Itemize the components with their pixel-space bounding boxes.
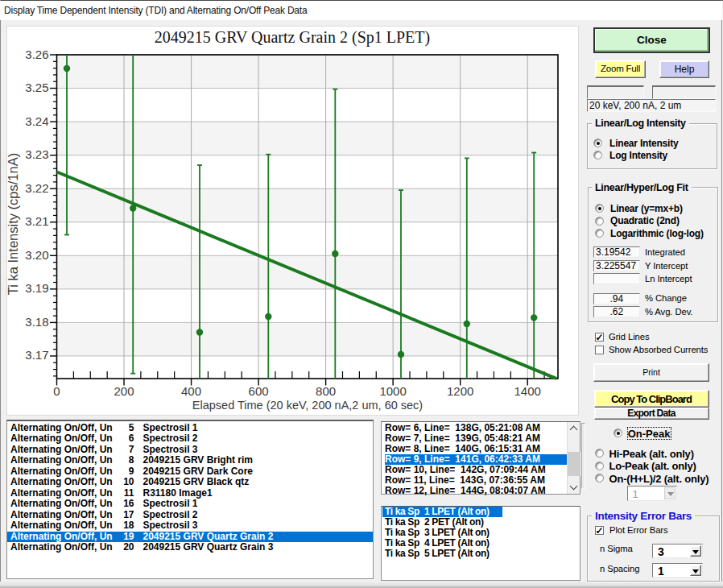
svg-text:3.21: 3.21 (25, 214, 48, 228)
svg-text:3.17: 3.17 (25, 348, 48, 362)
svg-text:3.20: 3.20 (25, 248, 48, 262)
svg-text:800: 800 (316, 384, 336, 398)
svg-text:600: 600 (249, 384, 269, 398)
svg-text:3.26: 3.26 (25, 48, 48, 61)
svg-text:3.24: 3.24 (25, 114, 48, 128)
svg-text:400: 400 (181, 384, 201, 398)
svg-text:1200: 1200 (447, 384, 473, 398)
svg-text:2049215 GRV Quartz Grain 2 (Sp: 2049215 GRV Quartz Grain 2 (Sp1 LPET) (155, 28, 430, 47)
svg-text:3.23: 3.23 (25, 147, 48, 161)
svg-text:Ti ka Intensity (cps/1nA): Ti ka Intensity (cps/1nA) (6, 153, 20, 295)
svg-text:0: 0 (53, 384, 60, 398)
svg-text:3.19: 3.19 (25, 281, 48, 295)
svg-text:200: 200 (114, 384, 134, 398)
svg-text:3.18: 3.18 (25, 315, 48, 329)
svg-text:3.22: 3.22 (25, 181, 48, 195)
svg-text:1400: 1400 (514, 384, 541, 398)
svg-text:1000: 1000 (379, 384, 406, 398)
svg-text:Elapsed Time (20 keV, 200 nA,2: Elapsed Time (20 keV, 200 nA,2 um, 60 se… (192, 399, 423, 412)
svg-text:3.25: 3.25 (25, 81, 48, 94)
